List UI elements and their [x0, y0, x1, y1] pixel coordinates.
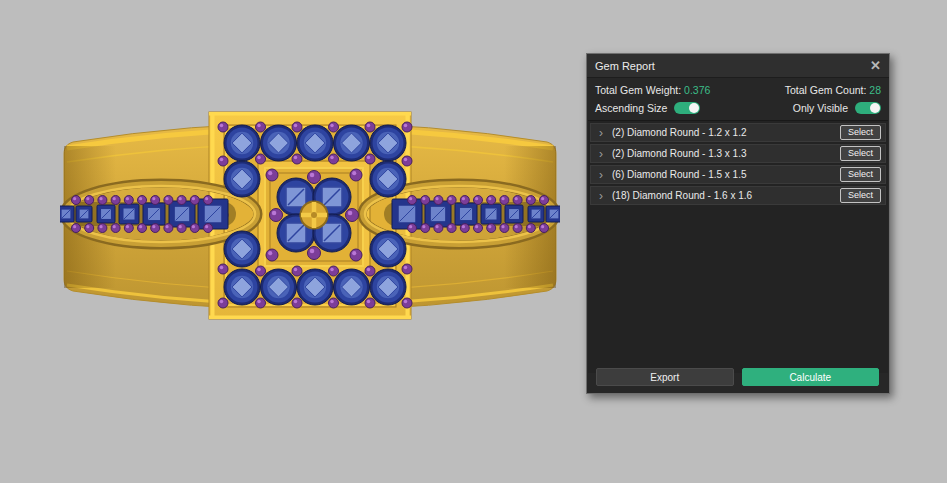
- toggle-knob: [870, 103, 880, 113]
- app-window: Gem Report ✕ Total Gem Weight: 0.376 Tot…: [0, 0, 947, 483]
- select-button[interactable]: Select: [840, 167, 881, 182]
- gem-row[interactable]: › (2) Diamond Round - 1.3 x 1.3 Select: [590, 144, 886, 163]
- gold-ring-render: [60, 98, 560, 336]
- gem-row-label: (6) Diamond Round - 1.5 x 1.5: [612, 169, 747, 180]
- gem-row[interactable]: › (2) Diamond Round - 1.2 x 1.2 Select: [590, 123, 886, 142]
- only-visible-label: Only Visible: [793, 102, 848, 114]
- gem-row-label: (2) Diamond Round - 1.3 x 1.3: [612, 148, 747, 159]
- toggle-knob: [689, 103, 699, 113]
- chevron-right-icon[interactable]: ›: [599, 190, 603, 202]
- only-visible-toggle[interactable]: [855, 102, 881, 114]
- select-button[interactable]: Select: [840, 125, 881, 140]
- select-button[interactable]: Select: [840, 146, 881, 161]
- gem-row[interactable]: › (6) Diamond Round - 1.5 x 1.5 Select: [590, 165, 886, 184]
- ascending-size-group: Ascending Size: [595, 102, 700, 114]
- weight-label: Total Gem Weight:: [595, 84, 681, 96]
- chevron-right-icon[interactable]: ›: [599, 127, 603, 139]
- gem-row[interactable]: › (18) Diamond Round - 1.6 x 1.6 Select: [590, 186, 886, 205]
- gem-row-label: (18) Diamond Round - 1.6 x 1.6: [612, 190, 752, 201]
- chevron-right-icon[interactable]: ›: [599, 148, 603, 160]
- gem-list: › (2) Diamond Round - 1.2 x 1.2 Select ›…: [588, 120, 888, 373]
- calculate-button[interactable]: Calculate: [742, 368, 880, 386]
- 3d-viewport[interactable]: [60, 98, 560, 336]
- panel-header: Gem Report ✕: [587, 54, 889, 78]
- close-icon[interactable]: ✕: [870, 59, 881, 72]
- stats-row: Total Gem Weight: 0.376 Total Gem Count:…: [587, 78, 889, 98]
- panel-footer: Export Calculate: [596, 368, 879, 386]
- only-visible-group: Only Visible: [793, 102, 881, 114]
- count-label: Total Gem Count:: [785, 84, 867, 96]
- gem-report-panel: Gem Report ✕ Total Gem Weight: 0.376 Tot…: [586, 53, 890, 394]
- gem-row-label: (2) Diamond Round - 1.2 x 1.2: [612, 127, 747, 138]
- panel-title: Gem Report: [595, 60, 655, 72]
- total-gem-weight: Total Gem Weight: 0.376: [595, 84, 710, 96]
- select-button[interactable]: Select: [840, 188, 881, 203]
- ascending-size-label: Ascending Size: [595, 102, 667, 114]
- ascending-size-toggle[interactable]: [674, 102, 700, 114]
- count-value: 28: [869, 84, 881, 96]
- toggle-row: Ascending Size Only Visible: [587, 98, 889, 120]
- total-gem-count: Total Gem Count: 28: [785, 84, 881, 96]
- export-button[interactable]: Export: [596, 368, 734, 386]
- chevron-right-icon[interactable]: ›: [599, 169, 603, 181]
- weight-value: 0.376: [684, 84, 710, 96]
